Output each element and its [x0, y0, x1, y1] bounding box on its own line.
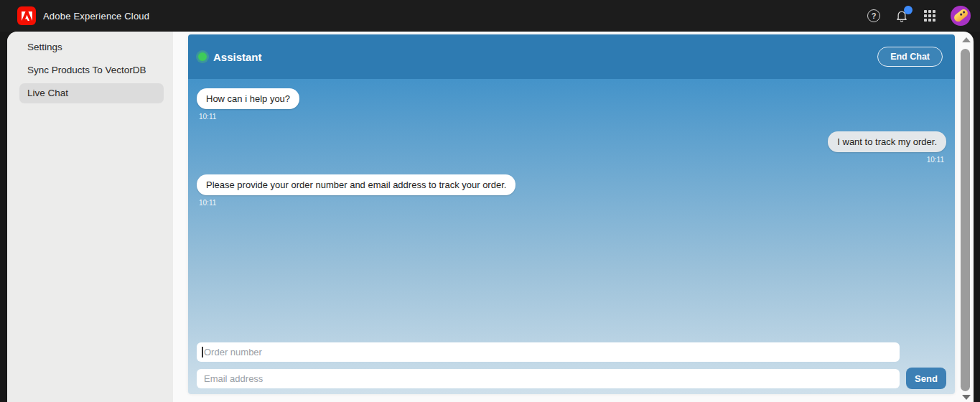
sidebar-item-sync-products[interactable]: Sync Products To VectorDB: [19, 60, 164, 80]
online-status-icon: [198, 52, 207, 61]
chat-input-footer: Send: [197, 342, 955, 389]
chat-messages-area: How can i help you? 10:11 I want to trac…: [188, 79, 955, 394]
chat-panel: Assistant End Chat How can i help you? 1…: [188, 34, 955, 394]
scrollbar-down-arrow-icon[interactable]: [962, 395, 971, 400]
topbar-actions: ?: [867, 6, 971, 26]
email-input[interactable]: [197, 369, 900, 388]
sidebar-item-settings[interactable]: Settings: [19, 37, 164, 57]
avatar[interactable]: [951, 6, 971, 26]
app-surface: Settings Sync Products To VectorDB Live …: [7, 32, 974, 402]
app-title: Adobe Experience Cloud: [43, 11, 149, 22]
bell-icon[interactable]: [895, 9, 909, 23]
order-number-field-wrap: [197, 342, 900, 362]
email-field-wrap: [197, 369, 900, 388]
message-user: I want to track my order. 10:11: [197, 131, 946, 164]
chat-title: Assistant: [213, 51, 262, 63]
notification-badge: [904, 6, 913, 14]
order-number-input[interactable]: [197, 342, 900, 362]
adobe-a-mark: [22, 11, 32, 21]
message-assistant: Please provide your order number and ema…: [197, 174, 946, 207]
message-bubble: I want to track my order.: [828, 131, 946, 152]
main-content: Assistant End Chat How can i help you? 1…: [173, 32, 974, 402]
message-bubble: Please provide your order number and ema…: [197, 174, 515, 195]
message-timestamp: 10:11: [199, 113, 216, 121]
message-timestamp: 10:11: [927, 156, 944, 164]
end-chat-button[interactable]: End Chat: [877, 47, 943, 67]
email-send-row: Send: [197, 368, 955, 389]
message-assistant: How can i help you? 10:11: [197, 88, 946, 121]
text-cursor: [202, 347, 203, 357]
sidebar: Settings Sync Products To VectorDB Live …: [7, 32, 173, 402]
app-switcher-icon[interactable]: [923, 9, 937, 23]
chat-header: Assistant End Chat: [188, 34, 955, 79]
sidebar-item-live-chat[interactable]: Live Chat: [19, 83, 164, 103]
send-button[interactable]: Send: [906, 368, 946, 389]
adobe-logo-icon[interactable]: [17, 6, 36, 25]
topbar: Adobe Experience Cloud ?: [0, 0, 980, 32]
scrollbar-up-arrow-icon[interactable]: [962, 37, 971, 42]
message-bubble: How can i help you?: [197, 88, 299, 109]
scrollbar-thumb[interactable]: [961, 49, 970, 391]
message-timestamp: 10:11: [199, 199, 216, 207]
help-icon[interactable]: ?: [867, 9, 881, 23]
avatar-rocket-emoji: [953, 8, 969, 24]
